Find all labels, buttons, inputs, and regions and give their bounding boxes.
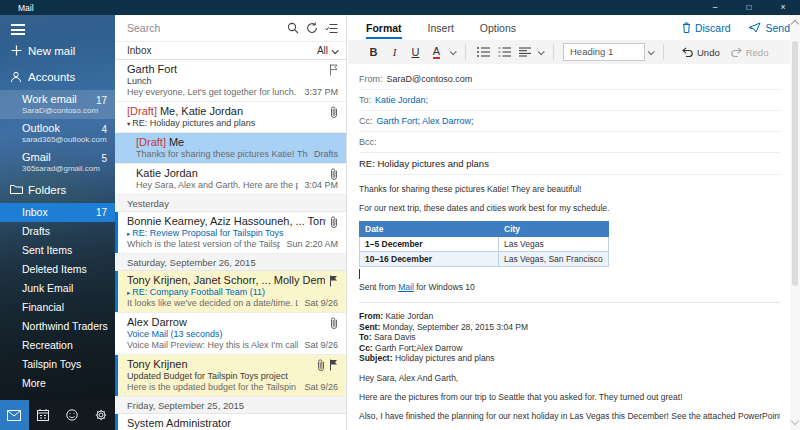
send-button[interactable]: Send: [748, 22, 790, 34]
message-sender-line: [Draft]Me: [136, 136, 338, 149]
message-preview: It looks like we've decided on a date/ti…: [127, 298, 298, 309]
style-dropdown-chevron[interactable]: [648, 48, 655, 55]
list-header: Inbox All: [115, 42, 346, 60]
font-more-dropdown[interactable]: [450, 48, 457, 55]
chevron-down-icon: [332, 47, 339, 54]
message-list-item[interactable]: Tony KrijnenUpdated Budget for Tailspin …: [115, 355, 346, 397]
message-sender: System Administrator: [127, 417, 231, 430]
paperclip-icon: [317, 359, 325, 371]
message-list-item[interactable]: Katie JordanHey Sara, Alex and Garth. He…: [115, 164, 346, 195]
address-fields: From:SaraD@contoso.comTo:Katie Jordan;Cc…: [359, 69, 780, 175]
accounts-header[interactable]: Accounts: [0, 64, 115, 90]
email-body[interactable]: Thanks for sharing these pictures Katie!…: [359, 175, 780, 430]
new-mail-button[interactable]: New mail: [0, 38, 115, 64]
message-subject: ▸RE: Review Proposal for Tailspin Toys: [127, 228, 338, 239]
quoted-header-line: From: Katie Jordan: [359, 311, 780, 322]
message-preview: Thanks for sharing these pictures Katie!…: [136, 149, 308, 160]
discard-button[interactable]: Discard: [682, 22, 731, 34]
folder-item-tailspin-toys[interactable]: Tailspin Toys: [0, 355, 115, 374]
trash-icon: [682, 22, 691, 33]
folder-icon: [9, 184, 23, 195]
underline-button[interactable]: U: [405, 46, 426, 58]
scroll-up-arrow[interactable]: [791, 20, 799, 28]
cc-field[interactable]: Cc:Garth Fort; Alex Darrow;: [359, 111, 780, 132]
folder-item-deleted-items[interactable]: Deleted Items: [0, 260, 115, 279]
message-list-item[interactable]: Bonnie Kearney, Aziz Hassouneh, ... Tony…: [115, 212, 346, 254]
list-title: Inbox: [127, 45, 151, 56]
flag-outline-icon: [329, 64, 338, 76]
minimize-button[interactable]: –: [698, 0, 732, 15]
scrollbar[interactable]: [790, 15, 800, 430]
message-icons: [326, 317, 338, 329]
folders-header[interactable]: Folders: [0, 177, 115, 203]
mail-link[interactable]: Mail: [398, 282, 414, 292]
bold-button[interactable]: B: [363, 46, 384, 58]
paragraph-more-dropdown[interactable]: [538, 48, 545, 55]
folder-item-financial[interactable]: Financial: [0, 298, 115, 317]
tab-format[interactable]: Format: [366, 17, 402, 39]
font-color-button[interactable]: A: [426, 45, 447, 59]
nav-calendar-button[interactable]: [29, 400, 58, 430]
scroll-down-arrow[interactable]: [791, 417, 799, 425]
message-subject: ▸RE: Company Football Team (11): [127, 287, 338, 298]
bullet-list-button[interactable]: [477, 47, 490, 57]
select-messages-icon[interactable]: [325, 23, 338, 34]
numbered-list-button[interactable]: [498, 47, 511, 57]
account-name: Work email: [22, 93, 107, 106]
message-icons: [325, 275, 338, 287]
tab-options[interactable]: Options: [480, 17, 516, 39]
message-sender: Bonnie Kearney, Aziz Hassouneh, ... Tony…: [127, 215, 326, 228]
account-item[interactable]: Outlooksarad365@outlook.com4: [0, 119, 115, 148]
italic-button[interactable]: I: [384, 46, 405, 58]
folder-name: Northwind Traders: [22, 320, 108, 332]
style-dropdown[interactable]: Heading 1: [563, 43, 645, 61]
bcc-field[interactable]: Bcc:: [359, 132, 780, 153]
subject-field[interactable]: RE: Holiday pictures and plans: [359, 153, 780, 175]
sync-icon[interactable]: [306, 22, 318, 34]
message-list-item[interactable]: System AdministratorYou're Now an Owner …: [115, 414, 346, 430]
message-preview-line: Which is the latest version of the Tails…: [127, 239, 338, 250]
message-list-item[interactable]: [Draft]Me, Katie Jordan▾RE: Holiday pict…: [115, 102, 346, 133]
message-list-item[interactable]: Tony Krijnen, Janet Schorr, ... Molly De…: [115, 271, 346, 313]
nav-feedback-button[interactable]: [58, 400, 87, 430]
nav-settings-button[interactable]: [86, 400, 115, 430]
search-input[interactable]: Search: [127, 22, 280, 34]
table-cell: Las Vegas: [499, 237, 609, 252]
folder-name: Recreation: [22, 339, 73, 351]
message-list-item[interactable]: Garth FortLunchHey everyone, Let's get t…: [115, 60, 346, 102]
compose-pane: Format Insert Options Discard Send B I U…: [348, 15, 800, 430]
close-button[interactable]: ×: [766, 0, 800, 15]
folder-item-northwind-traders[interactable]: Northwind Traders: [0, 317, 115, 336]
folder-item-recreation[interactable]: Recreation: [0, 336, 115, 355]
maximize-button[interactable]: □: [732, 0, 766, 15]
to-field[interactable]: To:Katie Jordan;: [359, 90, 780, 111]
account-item[interactable]: Work emailSaraD@contoso.com17: [0, 90, 115, 119]
message-list-panel: Search Inbox All Garth FortLunchHey ever…: [115, 15, 347, 430]
align-button[interactable]: [519, 47, 531, 57]
undo-button[interactable]: Undo: [675, 47, 720, 58]
redo-button[interactable]: Redo: [724, 47, 769, 58]
account-item[interactable]: Gmail365sarad@gmail.com5: [0, 148, 115, 177]
message-subject: Updated Budget for Tailspin Toys project: [127, 371, 338, 382]
message-list-item[interactable]: Alex DarrowVoice Mail (13 seconds)Voice …: [115, 313, 346, 355]
message-sender: Garth Fort: [127, 63, 177, 76]
folder-item-sent-items[interactable]: Sent Items: [0, 241, 115, 260]
folder-item-inbox[interactable]: Inbox17: [0, 203, 115, 222]
folder-item-more[interactable]: More: [0, 374, 115, 393]
table-cell: 10–16 December: [360, 252, 499, 267]
message-icons: [326, 216, 338, 228]
filter-all-dropdown[interactable]: All: [317, 45, 337, 56]
tab-insert[interactable]: Insert: [428, 17, 454, 39]
hamburger-menu-button[interactable]: [11, 24, 25, 35]
from-field[interactable]: From:SaraD@contoso.com: [359, 69, 780, 90]
message-sender-line: Tony Krijnen, Janet Schorr, ... Molly De…: [127, 274, 338, 287]
account-unread-count: 4: [101, 124, 107, 135]
search-icon[interactable]: [287, 22, 299, 34]
message-list-item[interactable]: [Draft]MeThanks for sharing these pictur…: [115, 133, 346, 164]
signature: Sent from Mail for Windows 10: [359, 281, 780, 293]
folder-item-drafts[interactable]: Drafts: [0, 222, 115, 241]
scrollbar-thumb[interactable]: [792, 41, 798, 286]
folder-item-junk-email[interactable]: Junk Email: [0, 279, 115, 298]
nav-mail-button[interactable]: [0, 400, 29, 430]
body-paragraph: Thanks for sharing these pictures Katie!…: [359, 183, 780, 195]
